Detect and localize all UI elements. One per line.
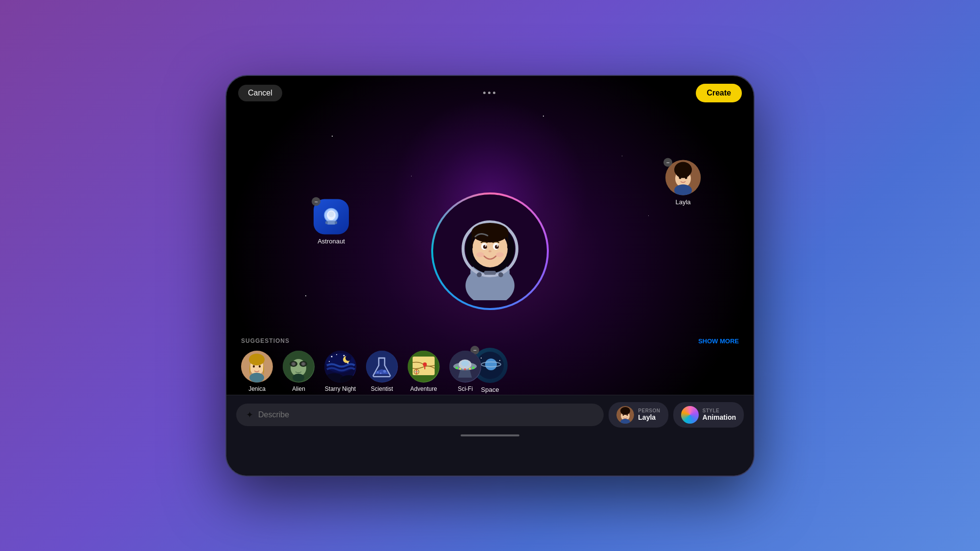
scientist-label: Scientist [371,385,393,392]
device-frame: Cancel Create − [225,75,755,477]
style-pill[interactable]: STYLE Animation [673,402,744,428]
svg-point-52 [302,362,305,365]
sparkle-icon: ✦ [246,409,253,420]
svg-point-38 [498,272,503,277]
jenica-label: Jenica [248,385,266,392]
suggestions-label: SUGGESTIONS [241,337,290,344]
svg-point-37 [477,272,482,277]
person-pill-text: PERSON Layla [638,408,660,421]
svg-rect-4 [325,221,328,224]
alien-icon [283,351,315,383]
svg-point-10 [679,176,682,179]
layla-label: Layla [675,198,690,205]
starry-night-label: Starry Night [325,385,356,392]
suggestions-area: SUGGESTIONS SHOW MORE [226,337,754,392]
svg-point-33 [489,250,491,252]
svg-point-73 [423,362,427,366]
adventure-label: Adventure [410,385,437,392]
svg-point-11 [685,176,687,179]
suggestion-sci-fi[interactable]: Sci-Fi [449,351,481,392]
svg-point-91 [627,414,628,416]
svg-point-57 [336,354,337,355]
sci-fi-label: Sci-Fi [458,385,473,392]
svg-point-35 [496,252,504,257]
svg-point-66 [366,351,397,382]
style-category: STYLE [703,408,736,413]
person-value: Layla [638,413,660,421]
suggestion-alien[interactable]: Alien [283,351,315,392]
svg-point-85 [469,368,471,370]
person-pill[interactable]: PERSON Layla [609,402,668,428]
center-character-svg [441,202,539,300]
describe-row: ✦ [236,402,744,428]
avatar-ring [431,192,549,310]
suggestions-row: Jenica [241,351,739,392]
svg-point-31 [485,245,487,246]
svg-point-86 [472,366,475,369]
svg-point-9 [676,166,690,178]
bottom-bar: ✦ [226,395,754,476]
person-category: PERSON [638,408,660,413]
remove-layla-icon[interactable]: − [663,158,672,167]
svg-rect-3 [327,220,336,224]
style-pill-icon [681,406,699,424]
svg-point-69 [383,370,386,373]
svg-point-58 [343,355,345,356]
create-button[interactable]: Create [696,84,742,102]
scientist-icon [366,351,398,383]
svg-point-53 [293,374,304,382]
astronaut-label: Astronaut [318,237,345,244]
svg-point-60 [329,361,330,362]
sci-fi-icon [449,351,481,383]
dots-menu[interactable] [483,92,495,94]
svg-point-82 [456,366,458,369]
style-value: Animation [703,413,736,421]
satellite-layla[interactable]: − [665,160,701,205]
jenica-icon [241,351,273,383]
suggestion-jenica[interactable]: Jenica [241,351,273,392]
describe-input-wrapper[interactable]: ✦ [236,404,604,426]
dot-2 [488,92,490,94]
device-screen: Cancel Create − [226,76,754,476]
home-bar [461,434,519,436]
svg-rect-5 [335,221,337,224]
svg-point-90 [623,414,624,416]
home-indicator [236,434,744,436]
suggestion-starry-night[interactable]: Starry Night [324,351,356,392]
svg-point-83 [459,368,461,370]
svg-point-43 [259,365,261,367]
avatar-ring-inner [433,194,547,308]
suggestion-adventure[interactable]: Adventure [408,351,440,392]
svg-point-34 [476,252,484,257]
starry-night-icon [324,351,356,383]
dot-1 [483,92,486,94]
show-more-button[interactable]: SHOW MORE [698,337,739,345]
adventure-icon [408,351,440,383]
suggestions-header: SUGGESTIONS SHOW MORE [241,337,739,345]
alien-label: Alien [292,385,305,392]
svg-point-68 [377,371,379,373]
svg-point-26 [471,223,509,242]
remove-astronaut-icon[interactable]: − [312,197,320,206]
svg-point-84 [464,368,466,370]
svg-point-51 [292,362,295,365]
cancel-button[interactable]: Cancel [238,85,282,101]
center-avatar [436,197,544,305]
svg-point-2 [328,211,334,217]
svg-point-41 [249,354,265,365]
dot-3 [493,92,495,94]
svg-point-89 [620,407,630,415]
suggestion-scientist[interactable]: Scientist [366,351,398,392]
describe-input[interactable] [258,410,594,419]
style-pill-text: STYLE Animation [703,408,736,421]
top-bar: Cancel Create [226,76,754,110]
person-pill-icon [616,406,634,424]
svg-point-63 [345,355,351,361]
svg-point-42 [253,365,255,367]
svg-point-44 [249,373,264,383]
satellite-astronaut[interactable]: − Astronaut [314,199,349,244]
svg-rect-36 [484,271,496,275]
svg-point-56 [331,356,333,357]
svg-point-81 [461,360,469,366]
svg-point-70 [380,372,382,374]
